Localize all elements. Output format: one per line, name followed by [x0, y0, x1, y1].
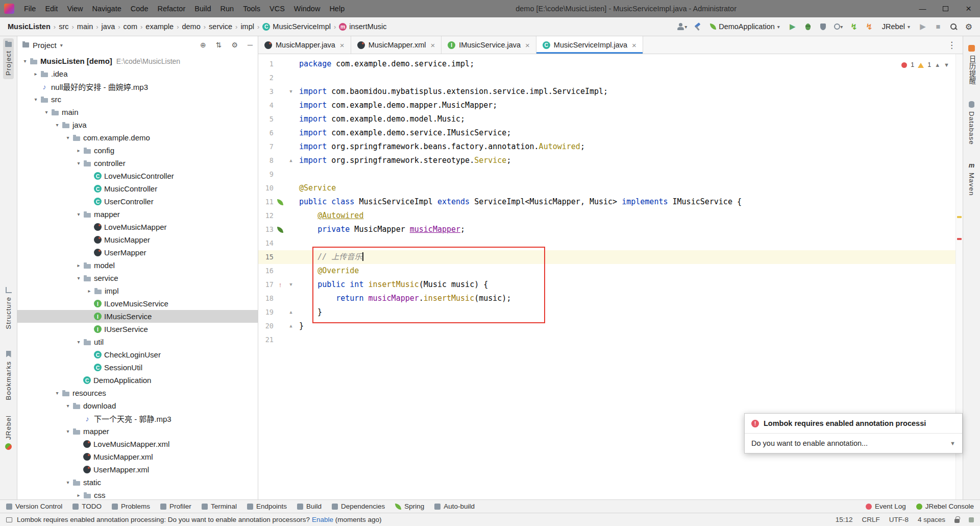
toolwindow-maven-tab[interactable]: m Maven [966, 158, 977, 200]
menu-tools[interactable]: Tools [238, 0, 265, 17]
tree-item-mapper[interactable]: ▾mapper [17, 425, 258, 438]
toolwindow-bookmarks-tab[interactable]: Bookmarks [3, 347, 14, 404]
code-line-16[interactable]: 16 @Override [258, 264, 963, 278]
editor-tab-musicmapper-java[interactable]: MusicMapper.java× [258, 36, 351, 54]
code-line-15[interactable]: 15 // 上传音乐 [258, 250, 963, 264]
tree-item-checkloginuser[interactable]: CCheckLoginUser [17, 348, 258, 361]
menu-refactor[interactable]: Refactor [153, 0, 190, 17]
tree-item-demoapplication[interactable]: CDemoApplication [17, 374, 258, 387]
locate-file-button[interactable]: ⊕ [200, 41, 206, 49]
notification-balloon[interactable]: ! Lombok requires enabled annotation pro… [744, 413, 963, 453]
breadcrumb-item-demo[interactable]: demo [180, 21, 202, 32]
toolbar-spring[interactable]: Spring [395, 503, 424, 510]
tab-close-icon[interactable]: × [525, 41, 530, 50]
menu-build[interactable]: Build [190, 0, 215, 17]
collapse-all-button[interactable]: ⇅ [216, 41, 222, 49]
tree-item-static[interactable]: ▾static [17, 476, 258, 489]
run-configuration-select[interactable]: DemoApplication ▾ [707, 21, 782, 32]
toolbar-dependencies[interactable]: Dependencies [332, 503, 385, 510]
tree-item-main[interactable]: ▾main [17, 106, 258, 118]
panel-settings-icon[interactable]: ⚙ [232, 41, 238, 49]
menu-view[interactable]: View [62, 0, 87, 17]
toolbar-auto-build[interactable]: Auto-build [434, 503, 475, 510]
background-tasks-icon[interactable] [969, 517, 974, 522]
maximize-icon[interactable] [934, 0, 957, 17]
fold-marker[interactable]: ▲ [287, 305, 295, 319]
fold-marker[interactable]: ▲ [287, 319, 295, 333]
menu-vcs[interactable]: VCS [265, 0, 289, 17]
profiler-button[interactable]: ▾ [834, 21, 844, 32]
tree-item-com-example-demo[interactable]: ▾com.example.demo [17, 131, 258, 144]
warning-stripe-mark[interactable] [957, 216, 962, 218]
jrebel-run-button[interactable]: ↯ [849, 21, 859, 32]
tree-item-controller[interactable]: ▾controller [17, 157, 258, 170]
tree-item-model[interactable]: ▸model [17, 259, 258, 272]
tree-item-service[interactable]: ▾service [17, 272, 258, 284]
menu-edit[interactable]: Edit [40, 0, 62, 17]
tree-item-usermapper-xml[interactable]: UserMapper.xml [17, 463, 258, 476]
inspections-widget[interactable]: 1 1 ▲ ▼ [901, 58, 949, 72]
breadcrumb-item-example[interactable]: example [144, 21, 175, 32]
editor-tab-imusicservice-java[interactable]: IIMusicService.java× [442, 36, 536, 54]
toolwindow-plugin-tab[interactable]: 日历提醒 [965, 41, 978, 88]
panel-title[interactable]: Project [33, 41, 57, 50]
code-line-3[interactable]: 3▼import com.baomidou.mybatisplus.extens… [258, 85, 963, 99]
toolwindow-project-tab[interactable]: Project [3, 38, 14, 79]
code-line-14[interactable]: 14 [258, 236, 963, 250]
code-line-18[interactable]: 18 return musicMapper.insertMusic(music)… [258, 292, 963, 305]
tree-item-imusicservice[interactable]: IIMusicService [17, 310, 258, 323]
code-line-11[interactable]: 11public class MusicServiceImpl extends … [258, 195, 963, 209]
breadcrumb-item-impl[interactable]: impl [239, 21, 256, 32]
menu-help[interactable]: Help [325, 0, 349, 17]
user-icon[interactable]: ▾ [676, 21, 687, 32]
tree-item-musiccontroller[interactable]: CMusicController [17, 182, 258, 195]
tabs-more-icon[interactable]: ⋮ [941, 36, 963, 54]
code-line-17[interactable]: 17↑▼ public int insertMusic(Music music)… [258, 278, 963, 292]
toolbar-terminal[interactable]: Terminal [202, 503, 237, 510]
toolbar-profiler[interactable]: Profiler [160, 503, 191, 510]
tab-close-icon[interactable]: × [340, 41, 345, 50]
tree-item-download[interactable]: ▾download [17, 399, 258, 412]
tree-item-impl[interactable]: ▸impl [17, 284, 258, 297]
tree-item-idea[interactable]: ▸.idea [17, 67, 258, 80]
toolbar-version-control[interactable]: Version Control [6, 503, 62, 510]
breadcrumb-item-musiclisten[interactable]: MusicListen [6, 21, 52, 32]
code-line-7[interactable]: 7import org.springframework.beans.factor… [258, 140, 963, 154]
fold-marker[interactable]: ▲ [287, 154, 295, 168]
cursor-position[interactable]: 15:12 [836, 516, 853, 523]
tree-item-ilovemusicservice[interactable]: IILoveMusicService [17, 297, 258, 310]
tree-item-css[interactable]: ▸css [17, 489, 258, 499]
breadcrumb-item-musicserviceimpl[interactable]: CMusicServiceImpl [261, 21, 332, 32]
toolbar-event-log[interactable]: Event Log [866, 503, 906, 510]
toggle-toolwindows-icon[interactable] [6, 517, 12, 522]
tree-item-musiclisten-demo[interactable]: ▾MusicListen [demo]E:\code\MusicListen [17, 55, 258, 67]
code-line-5[interactable]: 5import com.example.demo.model.Music; [258, 112, 963, 126]
tree-item-src[interactable]: ▾src [17, 93, 258, 106]
code-line-19[interactable]: 19▲ } [258, 305, 963, 319]
previous-issue-icon[interactable]: ▲ [935, 58, 940, 72]
error-stripe-mark[interactable] [957, 238, 962, 240]
chevron-down-icon[interactable]: ▼ [950, 440, 955, 446]
enable-link[interactable]: Enable [312, 516, 333, 523]
breadcrumb-item-insertmusic[interactable]: minsertMusic [337, 21, 388, 32]
menu-file[interactable]: File [19, 0, 40, 17]
breadcrumb-item-service[interactable]: service [207, 21, 234, 32]
tree-item-lovemusicmapper[interactable]: LoveMusicMapper [17, 221, 258, 233]
tree-item-musicmapper-xml[interactable]: MusicMapper.xml [17, 450, 258, 463]
code-line-20[interactable]: 20▲} [258, 319, 963, 333]
tree-item-util[interactable]: ▾util [17, 336, 258, 348]
toolbar-build[interactable]: Build [297, 503, 322, 510]
build-project-button[interactable] [692, 21, 702, 32]
tree-item-mp3[interactable]: ♪下一个天亮 - 郭静.mp3 [17, 412, 258, 425]
toolbar-jrebel-console[interactable]: JRebel Console [916, 503, 974, 510]
code-line-2[interactable]: 2 [258, 71, 963, 85]
breadcrumb-item-java[interactable]: java [100, 21, 117, 32]
tree-item-null-mp3[interactable]: ♪null最好的安排 - 曲婉婷.mp3 [17, 80, 258, 93]
tree-item-musicmapper[interactable]: MusicMapper [17, 233, 258, 246]
line-separator[interactable]: CRLF [862, 516, 879, 523]
editor-tab-musicmapper-xml[interactable]: MusicMapper.xml× [351, 36, 442, 54]
tree-item-lovemusicmapper-xml[interactable]: LoveMusicMapper.xml [17, 438, 258, 450]
settings-button[interactable]: ⚙ [964, 21, 974, 32]
file-encoding[interactable]: UTF-8 [889, 516, 909, 523]
indent-style[interactable]: 4 spaces [918, 516, 945, 523]
